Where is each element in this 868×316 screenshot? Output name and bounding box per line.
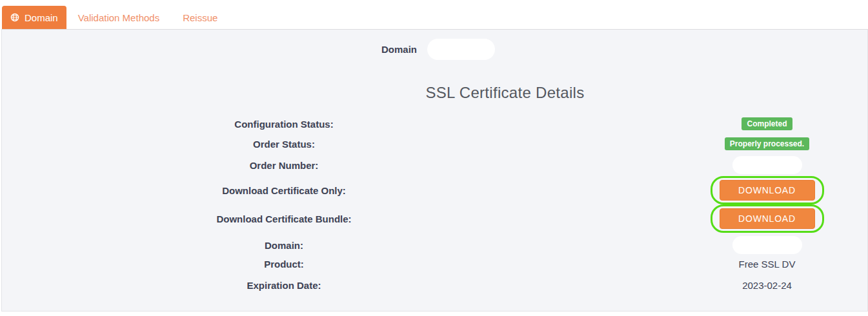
download-certificate-bundle-value-cell: DOWNLOAD [566, 204, 867, 233]
download-certificate-bundle-label: Download Certificate Bundle: [2, 213, 566, 224]
domain-form-row: Domain [2, 37, 867, 61]
tab-validation-methods[interactable]: Validation Methods [66, 6, 171, 29]
configuration-status-value-cell: Completed [566, 115, 867, 132]
expiration-date-value-cell: 2023-02-24 [566, 278, 867, 292]
configuration-status-label: Configuration Status: [2, 119, 566, 130]
tab-reissue[interactable]: Reissue [171, 6, 229, 29]
details-list: Configuration Status: Completed Order St… [2, 115, 867, 292]
order-status-badge: Properly processed. [725, 137, 809, 150]
expiration-date-value: 2023-02-24 [742, 280, 792, 291]
tab-reissue-label: Reissue [183, 12, 217, 23]
domain-detail-value-redacted [732, 236, 802, 254]
download-certificate-only-button[interactable]: DOWNLOAD [720, 180, 815, 201]
tab-validation-methods-label: Validation Methods [78, 12, 159, 23]
detail-row-download-certificate-only: Download Certificate Only: DOWNLOAD [2, 176, 867, 204]
detail-row-order-number: Order Number: [2, 156, 867, 174]
domain-form-value-redacted [427, 39, 495, 60]
download-certificate-bundle-button[interactable]: DOWNLOAD [720, 208, 815, 229]
tab-domain-label: Domain [25, 12, 58, 23]
detail-row-expiration-date: Expiration Date: 2023-02-24 [2, 278, 867, 292]
order-status-label: Order Status: [2, 139, 566, 150]
content-panel: Domain SSL Certificate Details Configura… [1, 29, 868, 311]
tab-domain[interactable]: Domain [2, 6, 66, 29]
product-label: Product: [2, 259, 566, 270]
download-certificate-only-label: Download Certificate Only: [2, 185, 566, 196]
detail-row-product: Product: Free SSL DV [2, 257, 867, 271]
detail-row-domain: Domain: [2, 236, 867, 254]
download-certificate-only-value-cell: DOWNLOAD [566, 176, 867, 204]
product-value-cell: Free SSL DV [566, 257, 867, 271]
domain-detail-label: Domain: [2, 240, 566, 251]
detail-row-configuration-status: Configuration Status: Completed [2, 115, 867, 132]
order-number-value-redacted [732, 156, 802, 174]
order-status-value-cell: Properly processed. [566, 135, 867, 152]
tab-bar: Domain Validation Methods Reissue [0, 0, 868, 29]
ssl-certificate-page: Domain Validation Methods Reissue Domain… [0, 0, 868, 316]
detail-row-order-status: Order Status: Properly processed. [2, 135, 867, 152]
section-title: SSL Certificate Details [72, 82, 868, 103]
product-value: Free SSL DV [739, 259, 796, 270]
order-number-value-cell [566, 156, 867, 174]
download-certificate-only-focus-ring: DOWNLOAD [711, 176, 824, 204]
expiration-date-label: Expiration Date: [2, 280, 566, 291]
download-certificate-bundle-focus-ring: DOWNLOAD [711, 204, 824, 233]
detail-row-download-certificate-bundle: Download Certificate Bundle: DOWNLOAD [2, 204, 867, 233]
order-number-label: Order Number: [2, 160, 566, 171]
configuration-status-badge: Completed [742, 117, 792, 130]
domain-detail-value-cell [566, 236, 867, 254]
domain-form-label: Domain [381, 44, 417, 55]
globe-icon [10, 13, 19, 22]
